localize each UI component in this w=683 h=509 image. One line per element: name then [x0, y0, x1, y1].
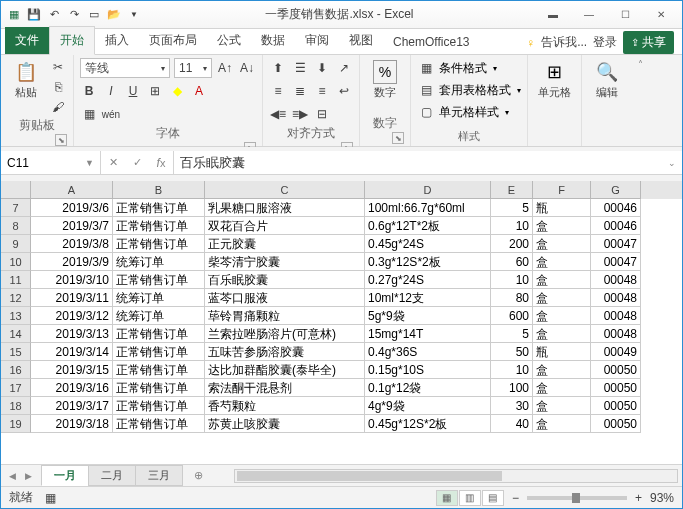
- row-header[interactable]: 11: [1, 271, 31, 289]
- zoom-slider[interactable]: [527, 496, 627, 500]
- new-icon[interactable]: ▭: [85, 6, 103, 24]
- col-header[interactable]: C: [205, 181, 365, 199]
- fx-icon[interactable]: fx: [149, 151, 173, 174]
- cell[interactable]: 0.15g*10S: [365, 361, 491, 379]
- row-header[interactable]: 13: [1, 307, 31, 325]
- cell[interactable]: 10: [491, 217, 533, 235]
- cell[interactable]: 2019/3/12: [31, 307, 113, 325]
- cell[interactable]: 10: [491, 361, 533, 379]
- row-header[interactable]: 17: [1, 379, 31, 397]
- table-format-button[interactable]: ▤套用表格格式▾: [417, 80, 521, 100]
- cell[interactable]: 盒: [533, 361, 591, 379]
- copy-icon[interactable]: ⎘: [49, 78, 67, 96]
- cell[interactable]: 00050: [591, 397, 641, 415]
- ribbon-options-icon[interactable]: ▬: [536, 5, 570, 25]
- tell-me[interactable]: 告诉我...: [541, 34, 587, 51]
- cell[interactable]: 香芍颗粒: [205, 397, 365, 415]
- cell[interactable]: 100ml:66.7g*60ml: [365, 199, 491, 217]
- cell[interactable]: 乳果糖口服溶液: [205, 199, 365, 217]
- cell[interactable]: 15mg*14T: [365, 325, 491, 343]
- cell[interactable]: 2019/3/7: [31, 217, 113, 235]
- decrease-indent-icon[interactable]: ◀≡: [269, 105, 287, 123]
- decrease-font-icon[interactable]: A↓: [238, 59, 256, 77]
- save-icon[interactable]: 💾: [25, 6, 43, 24]
- row-header[interactable]: 12: [1, 289, 31, 307]
- expand-formula-icon[interactable]: ⌄: [662, 158, 682, 168]
- tab-view[interactable]: 视图: [339, 27, 383, 54]
- cell[interactable]: 50: [491, 343, 533, 361]
- cell[interactable]: 2019/3/11: [31, 289, 113, 307]
- editing-button[interactable]: 🔍 编辑: [588, 58, 626, 100]
- col-header[interactable]: A: [31, 181, 113, 199]
- cell[interactable]: 盒: [533, 289, 591, 307]
- sheet-tab[interactable]: 三月: [135, 465, 183, 486]
- sheet-tab[interactable]: 二月: [88, 465, 136, 486]
- fill-color-icon[interactable]: ◆: [168, 82, 186, 100]
- italic-icon[interactable]: I: [102, 82, 120, 100]
- sheet-tab[interactable]: 一月: [41, 465, 89, 486]
- cell[interactable]: 正常销售订单: [113, 361, 205, 379]
- orientation-icon[interactable]: ↗: [335, 59, 353, 77]
- cell[interactable]: 0.3g*12S*2板: [365, 253, 491, 271]
- number-format-button[interactable]: % 数字: [366, 58, 404, 100]
- tab-data[interactable]: 数据: [251, 27, 295, 54]
- increase-font-icon[interactable]: A↑: [216, 59, 234, 77]
- tab-review[interactable]: 审阅: [295, 27, 339, 54]
- cell-styles-button[interactable]: ▢单元格样式▾: [417, 102, 509, 122]
- paste-button[interactable]: 📋 粘贴: [7, 58, 45, 100]
- cell[interactable]: 2019/3/6: [31, 199, 113, 217]
- minimize-button[interactable]: —: [572, 5, 606, 25]
- cell[interactable]: 00048: [591, 325, 641, 343]
- increase-indent-icon[interactable]: ≡▶: [291, 105, 309, 123]
- page-break-view-icon[interactable]: ▤: [482, 490, 504, 506]
- cell[interactable]: 盒: [533, 235, 591, 253]
- cell[interactable]: 600: [491, 307, 533, 325]
- format-painter-icon[interactable]: 🖌: [49, 98, 67, 116]
- zoom-out-icon[interactable]: −: [512, 491, 519, 505]
- cell[interactable]: 2019/3/14: [31, 343, 113, 361]
- number-launcher-icon[interactable]: ⬊: [392, 132, 404, 144]
- cell[interactable]: 百乐眠胶囊: [205, 271, 365, 289]
- cell[interactable]: 2019/3/15: [31, 361, 113, 379]
- col-header[interactable]: B: [113, 181, 205, 199]
- cell[interactable]: 统筹订单: [113, 307, 205, 325]
- border-icon[interactable]: ⊞: [146, 82, 164, 100]
- undo-icon[interactable]: ↶: [45, 6, 63, 24]
- row-header[interactable]: 7: [1, 199, 31, 217]
- tab-insert[interactable]: 插入: [95, 27, 139, 54]
- cell[interactable]: 双花百合片: [205, 217, 365, 235]
- cell[interactable]: 统筹订单: [113, 253, 205, 271]
- cell[interactable]: 2019/3/9: [31, 253, 113, 271]
- select-all-corner[interactable]: [1, 181, 31, 199]
- align-right-icon[interactable]: ≡: [313, 82, 331, 100]
- maximize-button[interactable]: ☐: [608, 5, 642, 25]
- cell[interactable]: 0.4g*36S: [365, 343, 491, 361]
- row-header[interactable]: 10: [1, 253, 31, 271]
- cell[interactable]: 00046: [591, 199, 641, 217]
- wrap-text-icon[interactable]: ↩: [335, 82, 353, 100]
- cell[interactable]: 40: [491, 415, 533, 433]
- cell[interactable]: 00050: [591, 415, 641, 433]
- zoom-level[interactable]: 93%: [650, 491, 674, 505]
- row-header[interactable]: 18: [1, 397, 31, 415]
- cell[interactable]: 兰索拉唑肠溶片(可意林): [205, 325, 365, 343]
- spreadsheet-grid[interactable]: ABCDEFG 72019/3/6正常销售订单乳果糖口服溶液100ml:66.7…: [1, 181, 682, 464]
- cell[interactable]: 盒: [533, 325, 591, 343]
- align-bottom-icon[interactable]: ⬇: [313, 59, 331, 77]
- cell[interactable]: 索法酮干混悬剂: [205, 379, 365, 397]
- cell[interactable]: 0.45g*12S*2板: [365, 415, 491, 433]
- cell[interactable]: 200: [491, 235, 533, 253]
- cell[interactable]: 00047: [591, 235, 641, 253]
- sheet-nav-prev-icon[interactable]: ◀: [5, 469, 19, 483]
- cell[interactable]: 5g*9袋: [365, 307, 491, 325]
- conditional-format-button[interactable]: ▦条件格式▾: [417, 58, 497, 78]
- cell[interactable]: 4g*9袋: [365, 397, 491, 415]
- cell[interactable]: 正常销售订单: [113, 343, 205, 361]
- cell[interactable]: 10ml*12支: [365, 289, 491, 307]
- open-icon[interactable]: 📂: [105, 6, 123, 24]
- share-button[interactable]: ⇪ 共享: [623, 31, 674, 54]
- col-header[interactable]: F: [533, 181, 591, 199]
- merge-icon[interactable]: ⊟: [313, 105, 331, 123]
- cell[interactable]: 00048: [591, 271, 641, 289]
- enter-icon[interactable]: ✓: [125, 151, 149, 174]
